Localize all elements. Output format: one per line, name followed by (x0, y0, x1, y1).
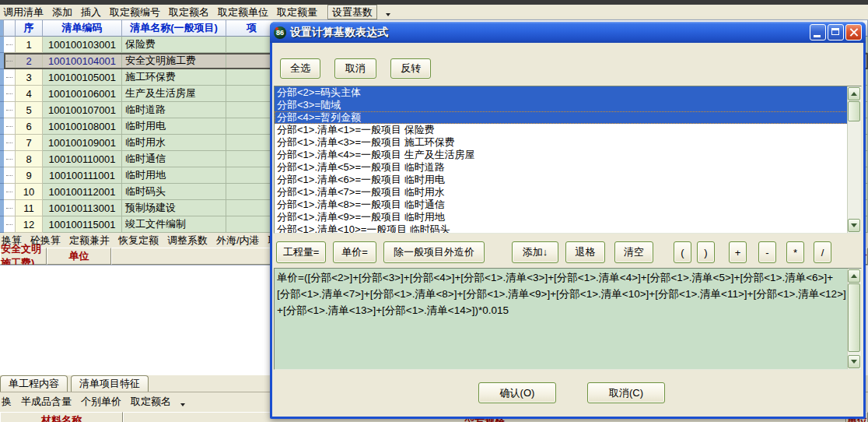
toolbar-item[interactable]: 外海/内港 (216, 234, 260, 248)
top-toolbar: 调用清单添加插入取定额编号取定额名取定额单位取定额量 设置基数 (0, 5, 868, 19)
row-code-cell: 100100107001 (43, 102, 122, 118)
toolbar-item-set-base[interactable]: 设置基数 (327, 5, 377, 19)
list-item[interactable]: 分部<1>.清单<8>=一般项目 临时通信 (275, 199, 848, 211)
toolbar-item[interactable]: 添加 (52, 5, 72, 19)
formula-scrollbar[interactable] (847, 269, 861, 369)
toolbar-item[interactable]: 恢复定额 (118, 234, 159, 248)
row-expander[interactable] (4, 118, 16, 135)
toolbar-item[interactable]: 取定额编号 (110, 5, 160, 19)
dialog-action-buttons: 确认(O) 取消(C) (272, 382, 863, 404)
expander-dots-icon (6, 110, 12, 111)
row-name-cell: 施工环保费 (122, 69, 226, 86)
expression-tool-button[interactable]: 退格 (565, 241, 605, 263)
selection-button[interactable]: 全选 (280, 58, 320, 79)
formula-text: 单价=([分部<2>]+[分部<3>]+[分部<4>]+[分部<1>.清单<3>… (277, 269, 846, 368)
list-item[interactable]: 分部<1>.清单<5>=一般项目 临时道路 (275, 161, 848, 174)
minimize-button[interactable] (810, 24, 826, 40)
overflow-chevron-icon[interactable] (180, 403, 185, 406)
list-scrollbar[interactable] (847, 86, 861, 233)
formula-textarea[interactable]: 单价=([分部<2>]+[分部<3>]+[分部<4>]+[分部<1>.清单<3>… (274, 268, 862, 370)
toolbar-item[interactable]: 个别单价 (81, 395, 121, 409)
scroll-down-button[interactable] (848, 219, 860, 232)
expression-tool-button[interactable]: 除一般项目外造价 (383, 241, 485, 263)
close-button[interactable] (845, 24, 862, 40)
toolbar-item[interactable]: 取定额名 (169, 5, 209, 19)
expander-dots-icon (6, 142, 12, 143)
scroll-down-button[interactable] (848, 355, 860, 368)
row-expander[interactable] (4, 200, 16, 216)
expander-dots-icon (6, 224, 12, 225)
toolbar-item[interactable]: 半成品含量 (21, 395, 72, 409)
expression-tool-button[interactable]: 添加↓ (512, 241, 558, 263)
expression-tool-button[interactable]: 单价= (333, 241, 376, 263)
list-item[interactable]: 分部<1>.清单<6>=一般项目 临时用电 (275, 174, 848, 186)
list-item[interactable]: 分部<1>.清单<10>=一般项目 临时码头 (275, 223, 848, 233)
list-item[interactable]: 分部<1>.清单<3>=一般项目 施工环保费 (275, 136, 848, 149)
row-code-cell: 100100103001 (43, 37, 122, 53)
material-header-cell: 材料名称 (0, 412, 123, 422)
expander-dots-icon (6, 126, 12, 127)
row-seq-cell: 10 (16, 184, 43, 200)
row-name-cell: 预制场建设 (122, 200, 226, 216)
scroll-up-button[interactable] (848, 269, 860, 283)
row-expander[interactable] (4, 86, 16, 102)
tab[interactable]: 清单项目特征 (71, 375, 149, 392)
selection-buttons: 全选取消反转 (280, 58, 431, 79)
row-seq-cell: 11 (16, 200, 43, 216)
selection-button[interactable]: 反转 (390, 58, 431, 79)
selection-button[interactable]: 取消 (334, 58, 376, 79)
row-code-cell: 100100105001 (43, 69, 122, 86)
row-seq-cell: 12 (16, 216, 43, 233)
overflow-chevron-icon[interactable] (386, 13, 390, 16)
row-expander[interactable] (4, 102, 16, 118)
toolbar-item[interactable]: 取定额量 (277, 5, 317, 19)
row-expander[interactable] (4, 216, 16, 233)
operator-button[interactable]: * (786, 241, 804, 263)
dialog-title: 设置计算基数表达式 (290, 26, 388, 40)
list-item[interactable]: 分部<1>.清单<4>=一般项目 生产及生活房屋 (275, 149, 848, 161)
maximize-button[interactable] (828, 24, 844, 40)
scrollbar-thumb[interactable] (848, 283, 860, 352)
list-item[interactable]: 分部<1>.清单<9>=一般项目 临时用地 (275, 211, 848, 223)
toolbar-item[interactable]: 调整系数 (167, 234, 208, 248)
row-expander[interactable] (4, 135, 16, 151)
row-expander[interactable] (4, 167, 16, 184)
toolbar-item[interactable]: 插入 (81, 5, 101, 19)
dialog-titlebar[interactable]: 86 设置计算基数表达式 (270, 22, 866, 43)
row-expander[interactable] (4, 151, 16, 167)
row-code-cell: 100100110001 (43, 151, 122, 167)
row-expander[interactable] (4, 69, 16, 86)
expander-dots-icon (6, 208, 12, 209)
list-item[interactable]: 分部<3>=陆域 (275, 99, 848, 111)
base-items-list[interactable]: 分部<2>=码头主体分部<3>=陆域分部<4>=暂列金额分部<1>.清单<1>=… (274, 86, 862, 234)
toolbar-item[interactable]: 换 (2, 395, 12, 409)
screen: 调用清单添加插入取定额编号取定额名取定额单位取定额量 设置基数 序 清单编码 清… (0, 0, 868, 422)
operator-button[interactable]: / (814, 241, 831, 263)
expression-tool-button[interactable]: 清空 (614, 241, 653, 263)
operator-button[interactable]: ) (697, 241, 715, 263)
operator-button[interactable]: - (758, 241, 776, 263)
row-expander[interactable] (4, 53, 16, 69)
row-expander[interactable] (4, 184, 16, 200)
list-item[interactable]: 分部<1>.清单<1>=一般项目 保险费 (275, 124, 848, 136)
toolbar-item[interactable]: 定额兼并 (69, 234, 110, 248)
expression-tool-button[interactable]: 工程量= (276, 241, 326, 263)
toolbar-item[interactable]: 调用清单 (3, 5, 44, 19)
header-expander-cell (4, 19, 16, 37)
scrollbar-thumb[interactable] (848, 101, 860, 121)
cancel-button[interactable]: 取消(C) (587, 382, 665, 403)
list-item[interactable]: 分部<1>.清单<7>=一般项目 临时用水 (275, 186, 848, 199)
tab[interactable]: 单工程内容 (0, 375, 68, 392)
list-item[interactable]: 分部<2>=码头主体 (275, 86, 848, 99)
scroll-up-button[interactable] (848, 87, 860, 100)
list-item[interactable]: 分部<4>=暂列金额 (275, 111, 848, 124)
toolbar-item[interactable]: 取定额名 (131, 395, 171, 409)
operator-button[interactable]: ( (674, 241, 691, 263)
row-name-cell: 临时用地 (122, 167, 226, 184)
row-code-cell: 100100104001 (43, 53, 122, 69)
row-expander[interactable] (4, 37, 16, 53)
row-name-cell: 临时通信 (122, 151, 226, 167)
confirm-button[interactable]: 确认(O) (478, 382, 556, 403)
operator-button[interactable]: + (729, 241, 747, 263)
toolbar-item[interactable]: 取定额单位 (218, 5, 268, 19)
